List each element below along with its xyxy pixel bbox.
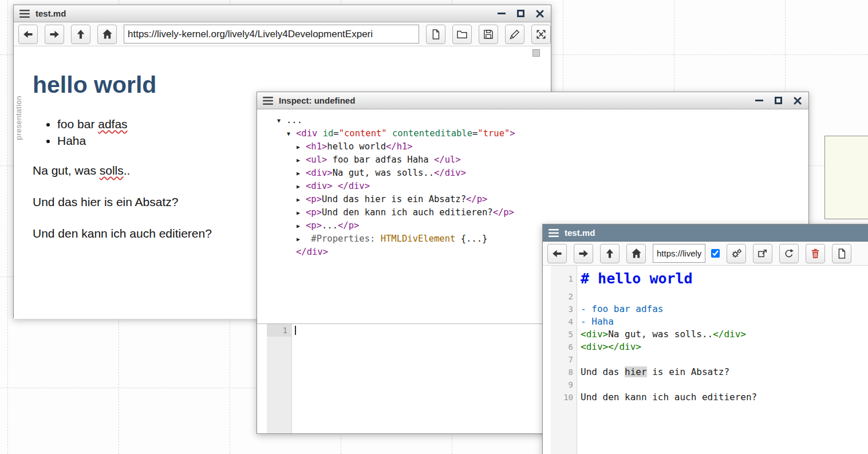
code-line[interactable]: Und den kann ich auch editieren?	[577, 391, 757, 404]
inspector-token-value: "true"	[478, 128, 510, 139]
open-external-button[interactable]	[753, 244, 772, 263]
code-token-plain: Und den kann ich auch editieren?	[581, 392, 757, 402]
code-line[interactable]: # hello world	[577, 269, 693, 290]
settings-button[interactable]	[727, 244, 746, 263]
triangle-right-icon[interactable]: ▶	[297, 220, 306, 232]
reload-icon	[783, 248, 795, 259]
nav-home-button[interactable]	[97, 25, 117, 44]
line-number: 3	[551, 303, 577, 315]
open-folder-button[interactable]	[452, 25, 472, 44]
nav-up-button[interactable]	[600, 244, 620, 263]
nav-forward-button[interactable]	[574, 244, 593, 263]
inspector-token-tag: <p>	[306, 207, 322, 218]
minimize-button[interactable]	[755, 100, 763, 101]
auto-update-checkbox[interactable]	[711, 249, 720, 258]
triangle-right-icon[interactable]: ▶	[297, 154, 306, 167]
inspector-token-tag: <h1>	[306, 141, 327, 152]
nav-up-button[interactable]	[71, 25, 90, 44]
inspector-node[interactable]: ▼...	[277, 114, 808, 127]
misspelled-word: solls	[100, 164, 124, 177]
triangle-right-icon[interactable]: ▶	[297, 207, 306, 219]
close-button[interactable]	[536, 10, 544, 18]
inspector-token-tag: </h1>	[386, 141, 413, 152]
inspector-token-props: #Properties:	[311, 234, 375, 244]
navigation-toolbar	[543, 242, 868, 266]
fullscreen-expand-icon	[535, 29, 547, 40]
inspector-node[interactable]: ▶<div> </div>	[277, 180, 808, 193]
code-line[interactable]: <div>Na gut, was solls..</div>	[577, 328, 746, 341]
nav-back-button[interactable]	[547, 244, 567, 263]
inspector-token-plain	[317, 128, 322, 139]
code-token-tag: <div>	[581, 329, 608, 339]
inspector-token-tag: </div>	[434, 168, 466, 178]
inspector-node[interactable]: ▶<p>Und das hier is ein Absatz?</p>	[277, 193, 808, 206]
markdown-source-editor[interactable]: 1# hello world23- foo bar adfas4- Haha5<…	[543, 266, 868, 454]
inspector-token-tag: <div>	[306, 168, 333, 178]
fullscreen-button[interactable]	[531, 25, 551, 44]
partially-visible-window[interactable]	[824, 136, 868, 219]
triangle-right-icon[interactable]: ▶	[297, 167, 306, 180]
line-number: 10	[551, 391, 577, 404]
editor-line[interactable]: 10Und den kann ich auch editieren?	[551, 391, 868, 404]
editor-line[interactable]: 3- foo bar adfas	[551, 303, 868, 315]
triangle-down-icon[interactable]: ▼	[277, 115, 286, 127]
inspector-node[interactable]: ▼<div id="content" contenteditable="true…	[277, 127, 808, 140]
code-line[interactable]: <div></div>	[577, 341, 641, 353]
nav-forward-button[interactable]	[45, 25, 64, 44]
save-button[interactable]	[479, 25, 498, 44]
window-menu-icon[interactable]	[19, 10, 30, 18]
triangle-right-icon[interactable]: ▶	[297, 194, 306, 206]
editor-line[interactable]: 6<div></div>	[551, 341, 868, 353]
url-input[interactable]	[124, 25, 419, 44]
titlebar[interactable]: Inspect: undefined	[257, 92, 808, 109]
titlebar[interactable]: test.md	[543, 224, 868, 242]
close-button[interactable]	[794, 97, 802, 105]
url-input[interactable]	[653, 244, 705, 263]
new-file-button[interactable]	[426, 25, 445, 44]
triangle-right-icon[interactable]: ▶	[297, 233, 306, 246]
window-title: test.md	[565, 228, 868, 238]
window-menu-icon[interactable]	[549, 229, 559, 237]
editor-line[interactable]: 5<div>Na gut, was solls..</div>	[551, 328, 868, 341]
inspector-node[interactable]: ▶<ul> foo bar adfas Haha </ul>	[277, 153, 808, 167]
editor-line[interactable]: 9	[551, 378, 868, 391]
code-line[interactable]	[577, 353, 581, 366]
minimize-button[interactable]	[498, 13, 506, 14]
editor-line[interactable]: 8Und das hier is ein Absatz?	[551, 366, 868, 378]
inspector-token-tag: </ul>	[434, 155, 461, 165]
inspector-node[interactable]: ▶<div>Na gut, was solls..</div>	[277, 167, 808, 180]
inspector-token-tag: </p>	[493, 207, 514, 218]
code-line[interactable]	[577, 290, 581, 303]
editor-line[interactable]: 2	[551, 290, 868, 303]
nav-back-button[interactable]	[18, 25, 38, 44]
titlebar[interactable]: test.md	[14, 5, 551, 22]
maximize-button[interactable]	[517, 10, 524, 17]
code-line[interactable]	[577, 378, 581, 391]
triangle-right-icon[interactable]: ▶	[297, 180, 306, 193]
window-menu-icon[interactable]	[263, 97, 273, 105]
maximize-button[interactable]	[775, 97, 782, 104]
editor-line[interactable]: 7	[551, 353, 868, 366]
paragraph-text: Na gut, was	[33, 164, 100, 177]
new-file-button[interactable]	[832, 244, 851, 263]
save-icon	[483, 29, 494, 40]
edit-pencil-icon	[509, 29, 520, 40]
code-line[interactable]: - foo bar adfas	[577, 303, 664, 315]
code-line[interactable]: Und das hier is ein Absatz?	[577, 366, 729, 378]
triangle-right-icon[interactable]: ▶	[297, 141, 306, 153]
resize-handle[interactable]	[532, 49, 540, 57]
code-line[interactable]: - Haha	[577, 315, 614, 328]
reload-button[interactable]	[779, 244, 799, 263]
inspector-token-plain	[375, 234, 380, 244]
back-arrow-icon	[22, 29, 34, 40]
hamburger-icon	[19, 10, 30, 18]
editor-line[interactable]: 4- Haha	[551, 315, 868, 328]
inspector-node[interactable]: ▶<p>Und den kann ich auch editieren?</p>	[277, 206, 808, 219]
delete-button[interactable]	[806, 244, 825, 263]
code-line[interactable]	[292, 324, 296, 337]
edit-button[interactable]	[505, 25, 524, 44]
nav-home-button[interactable]	[626, 244, 646, 263]
editor-line[interactable]: 1# hello world	[551, 269, 868, 290]
triangle-down-icon[interactable]: ▼	[287, 128, 296, 140]
inspector-node[interactable]: ▶<h1>hello world</h1>	[277, 140, 808, 153]
